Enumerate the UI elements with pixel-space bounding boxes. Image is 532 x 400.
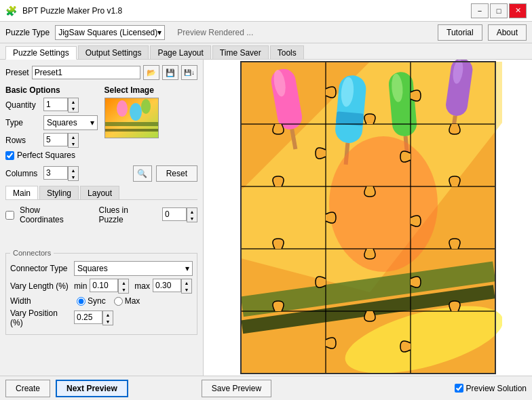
vary-min-up[interactable]: ▲: [119, 279, 128, 286]
folder-button[interactable]: 📂: [143, 65, 159, 80]
close-button[interactable]: ✕: [509, 3, 527, 18]
save-button[interactable]: 💾: [162, 65, 178, 80]
app-icon: 🧩: [5, 5, 17, 16]
puzzle-type-dropdown[interactable]: JigSaw Squares (Licensed) ▾: [55, 25, 165, 40]
puzzle-type-label: Puzzle Type: [5, 28, 50, 37]
vary-max-spinner: ▲ ▼: [153, 279, 192, 294]
select-image: Select Image: [104, 85, 198, 160]
title-bar-controls: − □ ✕: [471, 3, 527, 18]
preset-label: Preset: [5, 68, 29, 77]
image-thumbnail[interactable]: [104, 98, 159, 138]
quantity-input[interactable]: [43, 98, 68, 111]
width-row: Width Sync Max: [10, 296, 193, 306]
create-button[interactable]: Create: [5, 380, 50, 397]
tutorial-button[interactable]: Tutorial: [438, 24, 482, 41]
vary-max-up[interactable]: ▲: [182, 279, 191, 286]
rows-down[interactable]: ▼: [69, 140, 78, 147]
rows-arrows: ▲ ▼: [68, 133, 79, 148]
perfect-squares-label: Perfect Squares: [17, 151, 75, 160]
max-label: max: [134, 281, 150, 291]
sync-radio[interactable]: [77, 297, 86, 306]
main-content: Preset 📂 💾 💾↓ Basic Options Quantity ▲: [0, 60, 532, 376]
vary-min-spinner: ▲ ▼: [90, 279, 129, 294]
magnifier-button[interactable]: 🔍: [133, 165, 152, 182]
main-tabs: Puzzle Settings Output Settings Page Lay…: [0, 43, 532, 60]
vary-position-label: Vary Position (%): [10, 308, 71, 327]
preset-input[interactable]: [32, 66, 140, 79]
save-as-button[interactable]: 💾↓: [181, 65, 197, 80]
columns-down[interactable]: ▼: [69, 174, 78, 180]
preview-solution-checkbox[interactable]: [455, 384, 463, 393]
chevron-down-icon: ▾: [185, 264, 189, 273]
tab-time-saver[interactable]: Time Saver: [212, 45, 269, 59]
vary-position-arrows: ▲ ▼: [102, 311, 113, 325]
rows-label: Rows: [5, 136, 41, 145]
preview-area: [204, 60, 532, 376]
vary-max-arrows: ▲ ▼: [181, 279, 192, 294]
vary-position-input[interactable]: [74, 311, 102, 324]
type-dropdown[interactable]: Squares ▾: [43, 115, 98, 130]
type-row: Type Squares ▾: [5, 115, 99, 130]
basic-options-title: Basic Options: [5, 85, 99, 95]
max-radio-item: Max: [114, 296, 140, 306]
type-value: Squares: [47, 118, 77, 127]
rows-input[interactable]: [43, 133, 68, 146]
clues-arrows: ▲ ▼: [187, 207, 197, 222]
vary-position-down[interactable]: ▼: [103, 318, 113, 325]
vary-max-down[interactable]: ▼: [182, 286, 191, 293]
restore-button[interactable]: □: [490, 3, 508, 18]
svg-rect-5: [105, 129, 159, 132]
sub-tab-styling[interactable]: Styling: [39, 186, 79, 199]
sub-tab-layout[interactable]: Layout: [80, 186, 119, 199]
min-label: min: [74, 281, 87, 291]
save-preview-button[interactable]: Save Preview: [202, 380, 271, 397]
clues-down[interactable]: ▼: [187, 215, 197, 222]
perfect-squares-checkbox[interactable]: [5, 151, 14, 160]
sub-tabs: Main Styling Layout: [5, 186, 197, 200]
tab-output-settings[interactable]: Output Settings: [78, 45, 149, 59]
svg-rect-4: [105, 122, 159, 126]
vary-length-row: Vary Length (%) min ▲ ▼ max ▲ ▼: [10, 279, 193, 294]
basic-options: Basic Options Quantity ▲ ▼ Type: [5, 85, 99, 160]
chevron-down-icon: ▾: [157, 28, 162, 37]
about-button[interactable]: About: [488, 24, 527, 41]
vary-max-input[interactable]: [153, 279, 181, 292]
columns-input[interactable]: [43, 166, 68, 180]
rows-up[interactable]: ▲: [69, 134, 78, 140]
puzzle-type-value: JigSaw Squares (Licensed): [58, 28, 157, 37]
max-radio[interactable]: [114, 297, 123, 306]
vary-length-label: Vary Length (%): [10, 281, 71, 291]
bottom-bar: Create Next Preview Save Preview Preview…: [0, 376, 532, 400]
vary-min-input[interactable]: [90, 279, 118, 292]
svg-point-3: [141, 99, 151, 114]
clues-up[interactable]: ▲: [187, 208, 197, 215]
reset-button[interactable]: Reset: [156, 165, 197, 182]
bottom-right: Preview Solution: [455, 384, 527, 393]
preview-solution-row: Preview Solution: [455, 384, 527, 393]
sub-tab-main[interactable]: Main: [5, 186, 38, 199]
connector-type-dropdown[interactable]: Squares ▾: [74, 261, 193, 276]
clues-input[interactable]: [162, 207, 187, 221]
preview-solution-label: Preview Solution: [466, 384, 527, 393]
quantity-down[interactable]: ▼: [69, 105, 78, 112]
quantity-row: Quantity ▲ ▼: [5, 98, 99, 113]
tab-puzzle-settings[interactable]: Puzzle Settings: [5, 46, 77, 60]
title-bar-left: 🧩 BPT Puzzle Maker Pro v1.8: [5, 5, 122, 16]
tab-tools[interactable]: Tools: [270, 45, 304, 59]
vary-position-up[interactable]: ▲: [103, 311, 113, 318]
left-panel: Preset 📂 💾 💾↓ Basic Options Quantity ▲: [0, 60, 204, 376]
quantity-arrows: ▲ ▼: [68, 98, 79, 113]
sync-radio-item: Sync: [77, 296, 106, 306]
vary-min-down[interactable]: ▼: [119, 286, 128, 293]
columns-up[interactable]: ▲: [69, 167, 78, 174]
minimize-button[interactable]: −: [471, 3, 489, 18]
next-preview-button[interactable]: Next Preview: [56, 380, 128, 397]
quantity-up[interactable]: ▲: [69, 98, 78, 105]
app-title: BPT Puzzle Maker Pro v1.8: [22, 6, 122, 16]
show-coordinates-checkbox[interactable]: [5, 211, 14, 220]
tab-page-layout[interactable]: Page Layout: [150, 45, 210, 59]
clues-label: Clues in Puzzle: [99, 205, 154, 224]
connectors-title: Connectors: [10, 249, 54, 257]
preview-text: Preview Rendered ...: [177, 28, 432, 37]
columns-label: Columns: [5, 169, 41, 178]
